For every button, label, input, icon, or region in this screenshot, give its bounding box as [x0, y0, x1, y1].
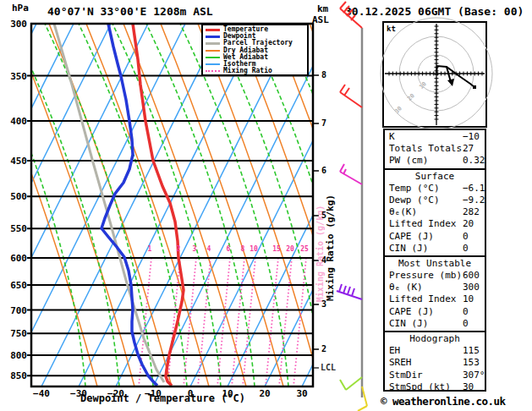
legend-item: Temperature [206, 26, 307, 33]
km-tick-label: 7 [321, 118, 326, 128]
panel-row-value: 20 [463, 218, 474, 230]
pressure-tick-label: 600 [2, 253, 27, 264]
panel-row-label: CIN (J) [389, 243, 428, 255]
panel-row-value: 307° [463, 370, 485, 381]
wet-adiabat-line [518, 24, 532, 386]
panel-row-value: 153 [463, 357, 480, 369]
panel-section: K−10Totals Totals27PW (cm)0.32 [385, 130, 485, 168]
pressure-tick-label: 400 [2, 116, 27, 127]
hodograph-unit-label: kt [387, 25, 396, 33]
wind-barb-shaft [346, 377, 362, 390]
mixing-ratio-line [232, 258, 244, 386]
pressure-tick-label: 300 [2, 19, 27, 30]
panel-row-label: PW (cm) [389, 155, 428, 167]
panel-row: CIN (J)0 [385, 318, 485, 330]
panel-row: Lifted Index20 [385, 218, 485, 230]
wind-barb [340, 377, 362, 390]
panel-row: K−10 [385, 131, 485, 143]
panel-row-label: CAPE (J) [389, 306, 434, 318]
pressure-tick-label: 450 [2, 156, 27, 167]
wind-barb [340, 164, 362, 184]
skewt-sounding-page: hPa 40°07'N 33°00'E 1208m ASL 30.12.2025… [0, 0, 532, 411]
pressure-tick-label: 500 [2, 191, 27, 202]
wind-barb-shaft [340, 92, 362, 107]
panel-row-label: StmDir [389, 370, 423, 381]
pressure-tick-label: 350 [2, 71, 27, 82]
dry-adiabat-line [235, 24, 358, 386]
panel-row-label: Lifted Index [389, 293, 456, 305]
panel-row: SREH153 [385, 357, 485, 369]
wind-barb [340, 85, 362, 107]
panel-row-value: 0 [463, 306, 469, 318]
wind-barb-feather [352, 288, 354, 296]
pressure-tick-label: 800 [2, 350, 27, 361]
panel-row: θₑ (K)300 [385, 282, 485, 293]
hodograph-trace-end [473, 85, 476, 89]
panel-row: CIN (J)0 [385, 243, 485, 255]
panel-section: HodographEH115SREH153StmDir307°StmSpd (k… [385, 331, 485, 394]
panel-row-value: 115 [463, 345, 480, 357]
wind-barb-feather [340, 85, 345, 92]
panel-section-title: Hodograph [385, 333, 485, 345]
wind-barb-feather [347, 9, 353, 16]
legend-swatch-temperature [206, 29, 220, 31]
mixing-ratio-tick-label: 25 [297, 245, 312, 253]
panel-row: Dewp (°C)−9.2 [385, 195, 485, 206]
km-tick-label: 4 [321, 255, 326, 265]
wind-barb-shaft [337, 291, 362, 299]
mixing-ratio-line [266, 258, 278, 386]
panel-row-value: 0 [463, 231, 469, 243]
legend-swatch-wet-adiabat [206, 57, 220, 58]
wind-barb [340, 2, 362, 28]
mixing-ratio-tick-label: 20 [282, 245, 298, 253]
panel-row-label: θₑ (K) [389, 282, 423, 293]
panel-row-value: −6.1 [463, 183, 485, 195]
temp-tick-label: −30 [64, 388, 93, 399]
legend-swatch-isotherm [206, 63, 220, 65]
mixing-ratio-tick-label: 1 [142, 245, 157, 253]
mixing-ratio-tick-label: 4 [201, 245, 217, 253]
panel-row-value: 10 [463, 293, 474, 305]
panel-section-title: Surface [385, 171, 485, 183]
wind-barb-feather [343, 6, 349, 13]
panel-row: CAPE (J)0 [385, 306, 485, 318]
km-tick-label: 5 [321, 211, 326, 220]
panel-section: SurfaceTemp (°C)−6.1Dewp (°C)−9.2θₑ(K)28… [385, 168, 485, 255]
panel-section: Most UnstablePressure (mb)600θₑ (K)300Li… [385, 255, 485, 331]
mixing-ratio-tick-label: 10 [246, 245, 261, 253]
mixing-ratio-tick-label: 3 [187, 245, 202, 253]
panel-row-label: θₑ(K) [389, 206, 417, 218]
wind-barb-feather [340, 380, 346, 390]
panel-row-value: 300 [463, 282, 480, 293]
panel-row-label: CIN (J) [389, 318, 428, 330]
panel-row-label: Dewp (°C) [389, 195, 440, 206]
panel-row-value: 27 [463, 143, 474, 155]
legend-swatch-mixing-ratio [206, 70, 220, 72]
panel-section-title: Most Unstable [385, 258, 485, 270]
temp-tick-label: −40 [27, 388, 56, 399]
wind-barb-feather [340, 2, 346, 8]
wind-barb-feather [339, 284, 342, 292]
panel-row-value: 282 [463, 206, 480, 218]
chart-legend: TemperatureDewpointParcel TrajectoryDry … [201, 24, 309, 76]
temp-tick-label: −10 [139, 388, 167, 399]
legend-swatch-dewpoint [206, 36, 220, 38]
panel-row: Temp (°C)−6.1 [385, 183, 485, 195]
mixing-ratio-line [279, 258, 292, 386]
panel-row-value: 0.32 [463, 155, 485, 167]
indices-panel: K−10Totals Totals27PW (cm)0.32SurfaceTem… [383, 129, 486, 392]
legend-label: Mixing Ratio [223, 68, 272, 74]
panel-row-label: CAPE (J) [389, 231, 434, 243]
panel-row-label: SREH [389, 357, 412, 369]
legend-swatch-dry-adiabat [206, 50, 220, 52]
mixing-ratio-tick-label: 6 [221, 245, 236, 253]
panel-row: θₑ(K)282 [385, 206, 485, 218]
panel-row: Lifted Index10 [385, 293, 485, 305]
panel-row-value: 0 [463, 243, 469, 255]
pressure-tick-label: 850 [2, 370, 27, 381]
pressure-tick-label: 700 [2, 305, 27, 316]
panel-row: EH115 [385, 345, 485, 357]
panel-row-label: Temp (°C) [389, 183, 440, 195]
dewpoint-trace [101, 24, 157, 386]
km-tick-label: 6 [321, 166, 326, 175]
